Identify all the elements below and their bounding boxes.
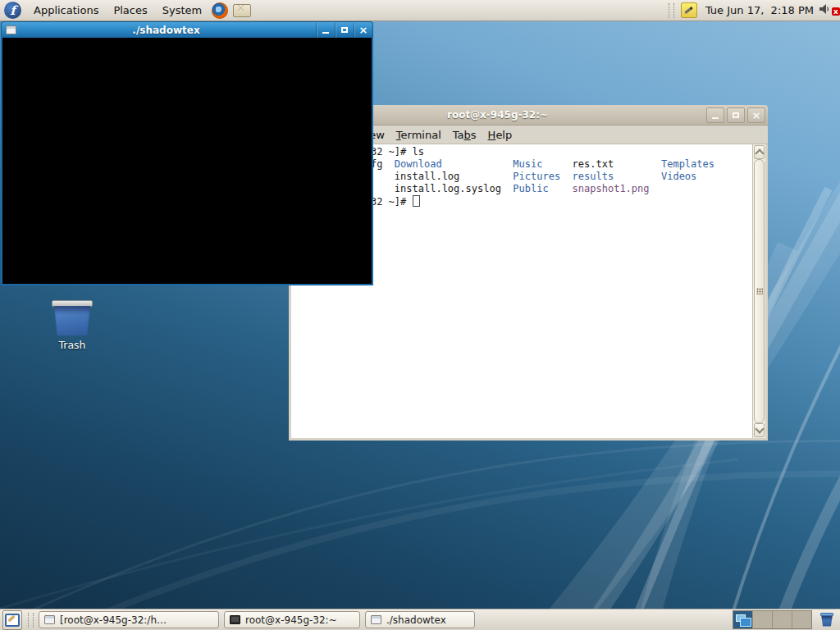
trash-body — [52, 306, 92, 336]
terminal-cursor — [413, 195, 420, 207]
firefox-icon — [212, 2, 228, 19]
terminal-scrollbar[interactable] — [752, 144, 765, 438]
trash-applet[interactable] — [820, 613, 833, 628]
minimize-icon — [712, 117, 719, 119]
clock[interactable]: Tue Jun 17, 2:18 PM — [701, 4, 819, 16]
show-desktop-icon — [5, 614, 20, 627]
email-icon — [233, 4, 251, 17]
shadowtex-window: ./shadowtex × — [1, 21, 373, 285]
minimize-button[interactable] — [706, 107, 724, 123]
window-menu-icon[interactable] — [6, 25, 16, 34]
firefox-launcher[interactable] — [212, 2, 228, 19]
shadowtex-titlebar[interactable]: ./shadowtex × — [1, 21, 373, 38]
taskbar-button-label: [root@x-945g-32:/h… — [60, 614, 167, 626]
trash-label: Trash — [48, 339, 97, 351]
trash-rim — [52, 300, 93, 307]
workspace-3[interactable] — [773, 611, 792, 628]
maximize-icon — [733, 112, 739, 118]
chevron-down-icon — [755, 424, 764, 433]
maximize-button[interactable] — [727, 107, 745, 123]
minimize-icon — [322, 32, 329, 34]
workspace-2[interactable] — [753, 611, 773, 628]
close-button[interactable]: × — [747, 107, 765, 123]
window-list: [root@x-945g-32:/h…root@x-945g-32:~./sha… — [39, 611, 475, 628]
workspace-switcher — [733, 610, 812, 629]
applet-handle[interactable] — [669, 3, 674, 18]
chevron-up-icon — [755, 148, 764, 158]
speaker-muted-icon — [819, 2, 832, 16]
window-icon — [371, 615, 381, 624]
menu-places[interactable]: Places — [106, 1, 154, 20]
trash-icon — [820, 613, 833, 616]
scrollbar-grip-icon — [756, 288, 763, 294]
mute-badge-icon: x — [832, 7, 840, 16]
close-icon: × — [752, 110, 761, 121]
terminal-menu-help[interactable]: Help — [482, 127, 518, 143]
taskbar-button-3[interactable]: ./shadowtex — [365, 611, 475, 628]
trash-icon-body — [821, 616, 833, 627]
scroll-down-button[interactable] — [754, 423, 765, 437]
volume-applet[interactable]: x — [819, 2, 838, 19]
terminal-icon — [230, 615, 240, 624]
shadowtex-canvas[interactable] — [1, 38, 373, 285]
email-launcher[interactable] — [233, 4, 251, 17]
maximize-icon — [341, 27, 348, 33]
terminal-menu-terminal[interactable]: Terminal — [390, 127, 447, 143]
menu-system[interactable]: System — [155, 1, 209, 20]
scroll-up-button[interactable] — [754, 145, 765, 159]
workspace-4[interactable] — [792, 611, 811, 628]
desktop-trash-icon[interactable]: Trash — [48, 300, 97, 351]
notes-applet-icon[interactable] — [681, 2, 697, 18]
fedora-logo-icon[interactable]: f — [4, 2, 21, 19]
shadowtex-window-title: ./shadowtex — [16, 25, 316, 36]
taskbar-button-label: root@x-945g-32:~ — [245, 614, 337, 626]
workspace-window-thumb — [740, 618, 751, 627]
taskbar-button-label: ./shadowtex — [386, 614, 446, 626]
menu-applications[interactable]: Applications — [26, 1, 106, 20]
bottom-panel: [root@x-945g-32:/h…root@x-945g-32:~./sha… — [0, 609, 840, 630]
close-button[interactable]: × — [354, 23, 372, 38]
workspace-1[interactable] — [733, 611, 753, 628]
taskbar-button-1[interactable]: [root@x-945g-32:/h… — [39, 611, 219, 628]
show-desktop-button[interactable] — [2, 610, 22, 630]
scrollbar-thumb[interactable] — [754, 159, 765, 423]
window-icon — [44, 615, 55, 624]
minimize-button[interactable] — [316, 23, 335, 38]
taskbar-button-2[interactable]: root@x-945g-32:~ — [224, 611, 360, 628]
tasklist-handle[interactable] — [28, 613, 34, 628]
close-icon: × — [359, 25, 368, 35]
maximize-button[interactable] — [335, 23, 354, 38]
terminal-menu-tabs[interactable]: Tabs — [447, 127, 482, 143]
panel-menus: ApplicationsPlacesSystem — [26, 1, 209, 20]
top-panel: f ApplicationsPlacesSystem Tue Jun 17, 2… — [0, 0, 840, 21]
